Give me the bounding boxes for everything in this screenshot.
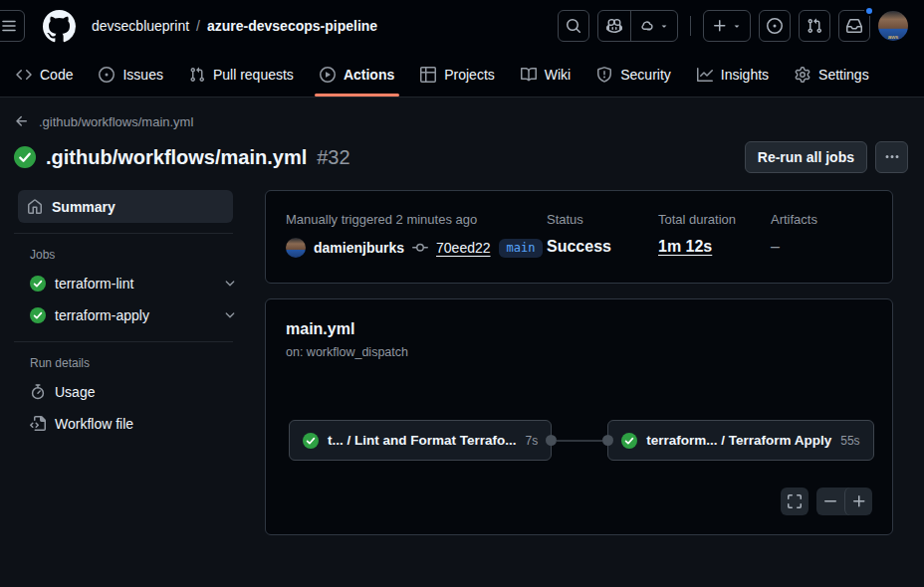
issue-opened-icon: [99, 67, 115, 83]
duration-value-link[interactable]: 1m 12s: [658, 238, 712, 255]
github-logo[interactable]: [43, 10, 76, 43]
tab-label: Security: [620, 67, 671, 83]
book-icon: [521, 67, 537, 83]
search-icon: [566, 18, 581, 34]
tab-code[interactable]: Code: [8, 52, 81, 97]
pull-requests-button[interactable]: [799, 10, 830, 42]
run-options-button[interactable]: [875, 141, 908, 173]
tab-insights[interactable]: Insights: [689, 52, 777, 97]
tab-security[interactable]: Security: [588, 52, 679, 97]
sidebar-item-summary[interactable]: Summary: [18, 190, 233, 223]
git-pull-request-icon: [189, 67, 205, 83]
tab-actions[interactable]: Actions: [312, 52, 402, 97]
status-label: Status: [547, 212, 658, 227]
job-node-label: t... / Lint and Format Terrafo...: [328, 433, 517, 448]
avatar-shirt-text: aws: [888, 33, 899, 41]
success-check-icon: [30, 276, 46, 292]
create-new-button[interactable]: [703, 10, 751, 42]
tab-label: Issues: [122, 67, 162, 83]
copilot-button[interactable]: [598, 11, 630, 41]
success-check-icon: [621, 433, 637, 449]
kebab-icon: [884, 149, 900, 165]
back-to-workflow-link[interactable]: .github/workflows/main.yml: [14, 113, 193, 129]
table-icon: [420, 67, 436, 83]
zoom-in-button[interactable]: [844, 488, 872, 515]
sidebar-item-workflow-file[interactable]: Workflow file: [14, 408, 249, 440]
artifacts-value: –: [771, 238, 817, 256]
artifacts-column: Artifacts –: [771, 212, 817, 258]
status-column: Status Success: [547, 212, 658, 258]
trigger-label: Manually triggered 2 minutes ago: [286, 212, 547, 227]
sidebar-job-terraform-apply[interactable]: terraform-apply: [14, 299, 249, 331]
job-node-terraform-lint[interactable]: t... / Lint and Format Terrafo... 7s: [289, 420, 552, 461]
graph-controls: [781, 488, 872, 515]
detail-label: Workflow file: [55, 416, 133, 432]
hamburger-icon: [1, 18, 17, 34]
chevron-down-icon[interactable]: [223, 308, 237, 322]
play-icon: [320, 67, 336, 83]
tab-wiki[interactable]: Wiki: [513, 52, 578, 97]
zoom-out-button[interactable]: [816, 488, 844, 515]
job-node-label: terraform... / Terraform Apply: [646, 433, 831, 448]
fullscreen-button[interactable]: [781, 488, 808, 515]
duration-label: Total duration: [658, 212, 771, 227]
status-value: Success: [547, 238, 658, 256]
workflow-graph-card: main.yml on: workflow_dispatch t... / Li…: [265, 298, 893, 535]
cloud-agents-icon: [639, 18, 655, 34]
sidebar-job-terraform-lint[interactable]: terraform-lint: [14, 268, 249, 299]
run-title: .github/workflows/main.yml: [46, 146, 307, 169]
rerun-all-jobs-button[interactable]: Re-run all jobs: [745, 141, 867, 173]
sidebar-divider: [14, 341, 233, 342]
hamburger-menu-button[interactable]: [0, 10, 25, 42]
tab-label: Projects: [444, 67, 495, 83]
workflow-trigger: on: workflow_dispatch: [286, 345, 872, 359]
sidebar-item-usage[interactable]: Usage: [14, 376, 249, 408]
tab-projects[interactable]: Projects: [412, 52, 503, 97]
actor-avatar[interactable]: [286, 238, 306, 258]
repo-link[interactable]: azure-devsecops-pipeline: [207, 18, 377, 34]
tab-label: Insights: [721, 67, 769, 83]
git-commit-icon: [412, 240, 428, 256]
branch-badge[interactable]: main: [499, 239, 544, 258]
run-header: .github/workflows/main.yml .github/workf…: [0, 98, 924, 535]
summary-label: Summary: [52, 199, 116, 215]
tab-label: Pull requests: [213, 67, 294, 83]
tab-settings[interactable]: Settings: [787, 52, 877, 97]
workflow-graph: t... / Lint and Format Terrafo... 7s ter…: [289, 420, 874, 461]
issue-opened-icon: [767, 18, 783, 34]
run-sidebar: Summary Jobs terraform-lint terraform-ap…: [14, 190, 249, 440]
notifications-wrap: [838, 10, 870, 42]
minus-icon: [822, 493, 838, 509]
tab-label: Code: [40, 67, 73, 83]
job-node-duration: 55s: [840, 434, 859, 448]
run-main: Manually triggered 2 minutes ago damienj…: [265, 190, 893, 535]
search-button[interactable]: [558, 10, 589, 42]
home-icon: [27, 199, 43, 215]
job-node-terraform-apply[interactable]: terraform... / Terraform Apply 55s: [607, 420, 873, 461]
inbox-icon: [846, 18, 862, 34]
duration-column: Total duration 1m 12s: [658, 212, 771, 258]
repo-breadcrumb: devsecblueprint / azure-devsecops-pipeli…: [92, 18, 377, 34]
repo-tab-bar: Code Issues Pull requests Actions Projec…: [0, 52, 924, 98]
actor-link[interactable]: damienjburks: [314, 240, 404, 256]
chevron-down-icon[interactable]: [223, 277, 237, 291]
edge-line: [557, 440, 602, 442]
run-actions: Re-run all jobs: [745, 141, 908, 173]
commit-link[interactable]: 70eed22: [436, 240, 491, 256]
copilot-agents-button[interactable]: [630, 11, 677, 41]
job-node-duration: 7s: [526, 434, 539, 448]
tab-pull-requests[interactable]: Pull requests: [181, 52, 302, 97]
org-link[interactable]: devsecblueprint: [92, 18, 189, 34]
job-name: terraform-lint: [55, 276, 133, 292]
chevron-down-icon: [732, 21, 742, 31]
run-number: #32: [317, 146, 349, 169]
git-pull-request-icon: [807, 18, 822, 34]
copilot-icon: [606, 18, 622, 34]
screen-full-icon: [787, 493, 803, 509]
success-check-icon: [14, 146, 36, 168]
issues-button[interactable]: [759, 10, 791, 42]
chevron-down-icon: [659, 21, 669, 31]
user-avatar[interactable]: aws: [878, 11, 908, 41]
job-name: terraform-apply: [55, 307, 149, 323]
tab-issues[interactable]: Issues: [91, 52, 170, 97]
